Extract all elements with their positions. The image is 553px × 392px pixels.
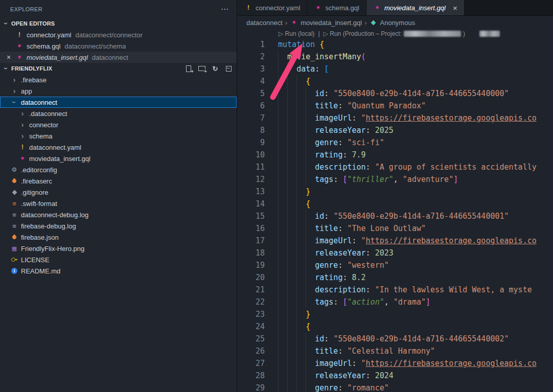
tree-item--editorconfig[interactable]: .editorconfig <box>0 164 237 175</box>
open-editors-header[interactable]: OPEN EDITORS <box>0 18 237 29</box>
tree-item--swift-format[interactable]: .swift-format <box>0 198 237 209</box>
more-actions-icon[interactable]: ⋯ <box>221 5 228 14</box>
code-line-6: 6 title: "Quantum Paradox" <box>238 100 553 112</box>
project-label: FRIENDLYFLIX <box>11 65 52 72</box>
open-editor-moviedata-insert-gql[interactable]: × moviedata_insert.gql dataconnect <box>0 52 237 63</box>
codelens-bar: ▷ Run (local) | ▷ Run (Production – Proj… <box>238 29 553 38</box>
line-number: 23 <box>238 308 265 320</box>
line-number: 5 <box>238 87 265 100</box>
code-text[interactable]: releaseYear: 2023 <box>265 247 394 259</box>
code-line-11: 11 description: "A group of scientists a… <box>238 161 553 173</box>
breadcrumb-item-symbol[interactable]: Anonymous <box>380 19 416 27</box>
open-editor-connector-yaml[interactable]: connector.yaml dataconnect/connector <box>0 29 237 40</box>
code-area: 1mutation {2 movie_insertMany(3 data: [4… <box>238 38 553 392</box>
tree-item-dataconnect-debug-log[interactable]: dataconnect-debug.log <box>0 209 237 220</box>
code-text[interactable]: title: "Celestial Harmony" <box>265 345 435 357</box>
open-editor-schema-gql[interactable]: schema.gql dataconnect/schema <box>0 40 237 52</box>
new-folder-icon[interactable] <box>198 64 206 73</box>
line-number: 6 <box>238 100 265 112</box>
line-number: 26 <box>238 345 265 357</box>
tree-item-label: .firebaserc <box>21 177 52 185</box>
collapse-all-icon[interactable] <box>224 64 233 73</box>
tree-item-firebase-json[interactable]: firebase.json <box>0 232 237 243</box>
code-text[interactable]: releaseYear: 2025 <box>265 124 394 136</box>
run-production-link[interactable]: ▷ Run (Production – Project: ) <box>324 30 500 37</box>
tree-item-label: firebase-debug.log <box>21 222 76 230</box>
line-number: 14 <box>238 198 265 210</box>
open-editor-name: connector.yaml <box>27 31 71 39</box>
indent-guide <box>306 333 306 392</box>
line-number: 3 <box>238 63 265 75</box>
code-text[interactable]: mutation { <box>265 38 324 51</box>
tree-item-label: .dataconnect <box>29 110 67 118</box>
graphql-icon <box>290 18 298 27</box>
tree-item-label: dataconnect <box>21 99 57 106</box>
code-text[interactable]: movie_insertMany( <box>265 51 366 63</box>
chevron-right-icon <box>10 87 18 95</box>
tree-item-app[interactable]: app <box>0 85 237 97</box>
code-text[interactable]: data: [ <box>265 63 329 75</box>
tab-label: connector.yaml <box>256 4 300 12</box>
tree-item-label: moviedata_insert.gql <box>29 155 90 163</box>
run-local-link[interactable]: ▷ Run (local) <box>279 30 315 37</box>
tree-item-label: dataconnect-debug.log <box>21 211 88 219</box>
tab-moviedata-insert-gql[interactable]: moviedata_insert.gql × <box>366 0 465 15</box>
code-text[interactable]: id: "550e8400-e29b-41d4-a716-44665544000… <box>265 333 509 345</box>
tree-item-license[interactable]: LICENSE <box>0 254 237 265</box>
code-text[interactable]: rating: 7.9 <box>265 149 366 161</box>
chevron-right-icon <box>18 109 27 118</box>
line-number: 4 <box>238 75 265 87</box>
line-number: 20 <box>238 271 265 284</box>
line-number: 9 <box>238 136 265 149</box>
tab-label: schema.gql <box>325 4 359 12</box>
tree-item-dataconnect-yaml[interactable]: dataconnect.yaml <box>0 142 237 153</box>
tree-item-readme-md[interactable]: README.md <box>0 265 237 276</box>
code-text[interactable]: genre: "western" <box>265 259 389 271</box>
tree-item-schema[interactable]: schema <box>0 130 237 142</box>
line-number: 11 <box>238 161 265 173</box>
chevron-down-icon <box>2 64 10 73</box>
code-line-2: 2 movie_insertMany( <box>238 51 553 63</box>
tree-item-moviedata-insert-gql[interactable]: moviedata_insert.gql <box>0 153 237 164</box>
breadcrumb-item-file[interactable]: moviedata_insert.gql <box>301 19 362 27</box>
new-file-icon[interactable] <box>185 64 193 73</box>
git-icon <box>10 188 18 196</box>
code-text[interactable]: tags: ["thriller", "adventure"] <box>265 173 458 186</box>
image-icon <box>10 244 18 252</box>
redacted-project-name <box>404 31 461 37</box>
tree-item-label: app <box>21 87 32 95</box>
explorer-titlebar: EXPLORER ⋯ <box>0 0 237 18</box>
tree-item--gitignore[interactable]: .gitignore <box>0 187 237 198</box>
code-line-25: 25 id: "550e8400-e29b-41d4-a716-44665544… <box>238 333 553 345</box>
open-editor-name: schema.gql <box>27 42 60 50</box>
tree-item-firebase-debug-log[interactable]: firebase-debug.log <box>0 220 237 232</box>
code-text[interactable]: genre: "sci-fi" <box>265 136 384 149</box>
code-line-21: 21 description: "In the lawless Wild Wes… <box>238 284 553 296</box>
tree-item--firebaserc[interactable]: .firebaserc <box>0 175 237 187</box>
refresh-icon[interactable] <box>211 64 219 73</box>
tab-schema-gql[interactable]: schema.gql <box>307 0 366 15</box>
code-text[interactable]: id: "550e8400-e29b-41d4-a716-44665544000… <box>265 210 509 222</box>
tree-item-connector[interactable]: connector <box>0 119 237 130</box>
close-icon[interactable]: × <box>5 52 13 63</box>
code-text[interactable]: description: "In the lawless Wild West, … <box>265 284 532 296</box>
symbol-operation-icon <box>370 18 378 27</box>
tree-item--dataconnect[interactable]: .dataconnect <box>0 108 237 119</box>
code-text[interactable]: title: "The Lone Outlaw" <box>265 222 426 235</box>
code-text[interactable]: releaseYear: 2024 <box>265 370 394 382</box>
tab-connector-yaml[interactable]: connector.yaml <box>238 0 307 15</box>
project-section-header[interactable]: FRIENDLYFLIX <box>0 63 237 74</box>
log-icon <box>10 222 18 230</box>
code-line-23: 23 } <box>238 308 553 320</box>
code-text[interactable]: genre: "romance" <box>265 382 389 392</box>
breadcrumb-item-dataconnect[interactable]: dataconnect <box>246 19 283 27</box>
close-icon[interactable]: × <box>453 4 457 12</box>
code-text[interactable]: rating: 8.2 <box>265 271 366 284</box>
code-line-13: 13 } <box>238 186 553 198</box>
tree-item-friendlyflix-hero-png[interactable]: FriendlyFlix-Hero.png <box>0 243 237 254</box>
code-text[interactable]: id: "550e8400-e29b-41d4-a716-44665544000… <box>265 87 509 100</box>
code-text[interactable]: tags: ["action", "drama"] <box>265 296 430 308</box>
code-text[interactable]: title: "Quantum Paradox" <box>265 100 426 112</box>
tree-item-dataconnect[interactable]: dataconnect <box>0 97 237 108</box>
tree-item--firebase[interactable]: .firebase <box>0 74 237 85</box>
